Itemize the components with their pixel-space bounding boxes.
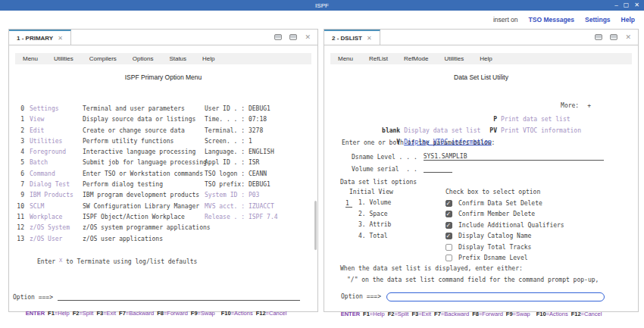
checkbox-heading: Check box to select option	[445, 189, 638, 198]
dslist-menubar: Menu RefList RefMode Utilities Help	[330, 53, 632, 64]
status-field: TSO prefix:DEBUG1	[205, 180, 270, 190]
option-prompt-label: Option ===>	[341, 293, 381, 300]
primary-option-row: 13 z/OS User z/OS user applications	[9, 234, 317, 245]
initial-view-row: 4. Total	[345, 231, 445, 242]
panel-dslist: 2 - DSLIST ✕ ✕ Menu RefList RefMode Util…	[324, 29, 639, 312]
initial-view-input[interactable]: 1	[345, 199, 352, 208]
menu-item-status[interactable]: Status	[169, 53, 186, 64]
maximize-icon[interactable]: ▢	[624, 0, 630, 11]
checkbox-row: Confirm Data Set Delete	[445, 198, 638, 209]
primary-option-row: 12 z/OS System z/OS system programmer ap…	[9, 223, 317, 233]
option-number: 1	[15, 114, 24, 125]
option-input-focused[interactable]	[386, 292, 605, 301]
option-description: Terminal and user parameters	[83, 104, 185, 114]
fkey-f9: F9	[506, 311, 513, 317]
primary-option-row: 5 Batch Submit job for language processi…	[9, 158, 317, 168]
swap-screen-icon[interactable]	[610, 34, 617, 40]
settings-link[interactable]: Settings	[585, 16, 611, 23]
menu-item-help[interactable]: Help	[480, 53, 492, 64]
dslist-tabbar: 2 - DSLIST ✕ ✕	[324, 30, 638, 45]
command-desc: Print data set list	[501, 116, 571, 123]
tab-dslist-close-icon[interactable]: ✕	[367, 35, 372, 42]
dsname-level-input[interactable]: SYS1.SAMPLIB	[424, 152, 604, 161]
open-screen-icon[interactable]	[595, 34, 602, 40]
fkey-f3: F3	[96, 310, 103, 317]
tab-dslist[interactable]: 2 - DSLIST ✕	[324, 30, 380, 45]
status-field: Terminal. :3278	[205, 126, 263, 136]
status-field: Release . :ISPF 7.4	[205, 212, 278, 223]
tso-messages-link[interactable]: TSO Messages	[529, 16, 574, 23]
tab-primary-close-icon[interactable]: ✕	[58, 35, 63, 42]
dslist-note: When the data set list is displayed, ent…	[324, 265, 638, 273]
tab-primary[interactable]: 1 - PRIMARY ✕	[9, 30, 71, 45]
checkbox-prefix-dsname-level[interactable]	[445, 255, 452, 261]
option-label-sclm[interactable]: SCLM	[30, 201, 83, 212]
menu-item-help[interactable]: Help	[202, 53, 214, 64]
close-icon[interactable]: ✕	[634, 0, 639, 11]
option-label-dialog-test[interactable]: Dialog Test	[30, 180, 83, 190]
primary-option-row: 6 Command Enter TSO or Workstation comma…	[9, 169, 317, 180]
option-number: 0	[15, 104, 24, 114]
menu-item-refmode[interactable]: RefMode	[404, 53, 428, 64]
terminate-hint: Enter X to Terminate using log/list defa…	[9, 258, 317, 265]
checkbox-row: Display Total Tracks	[445, 242, 638, 253]
menu-item-menu[interactable]: Menu	[338, 53, 353, 64]
command-row: VDisplay VTOC information PVPrint VTOC i…	[324, 125, 638, 136]
checkbox-row: Include Additional Qualifiers	[445, 220, 638, 231]
open-screen-icon[interactable]	[274, 34, 282, 40]
command-row: blankDisplay data set list PPrint data s…	[324, 114, 638, 125]
menu-item-reflist[interactable]: RefList	[369, 53, 388, 64]
checkbox-confirm-member-delete[interactable]	[445, 211, 452, 217]
menu-item-utilities[interactable]: Utilities	[54, 53, 73, 64]
initial-view-row: 3. Attrib	[345, 220, 445, 231]
insert-status: insert on	[493, 16, 518, 23]
fkey-f8: F8	[472, 311, 479, 317]
fkey-enter: ENTER	[341, 311, 360, 317]
help-link[interactable]: Help	[621, 16, 635, 23]
option-label-settings[interactable]: Settings	[30, 104, 83, 114]
close-panel-icon[interactable]: ✕	[305, 34, 311, 41]
menu-item-menu[interactable]: Menu	[23, 53, 38, 64]
checkbox-row: Confirm Member Delete	[445, 209, 638, 220]
menu-item-utilities[interactable]: Utilities	[444, 53, 464, 64]
primary-option-row: 7 Dialog Test Perform dialog testing TSO…	[9, 180, 317, 190]
primary-tab-actions: ✕	[274, 30, 317, 45]
option-label-zos-user[interactable]: z/OS User	[30, 234, 83, 245]
close-panel-icon[interactable]: ✕	[625, 34, 631, 41]
option-description: Submit job for language processing	[83, 158, 207, 168]
function-key-bar: ENTERF1=HelpF2=SplitF3=ExitF7=BackwardF8…	[324, 304, 638, 311]
fkey-f12: F12	[571, 311, 581, 317]
option-label-foreground[interactable]: Foreground	[30, 147, 83, 158]
option-label-utilities[interactable]: Utilities	[30, 136, 83, 147]
option-label-batch[interactable]: Batch	[30, 158, 83, 168]
checkbox-include-additional-qualifiers[interactable]	[445, 222, 452, 229]
option-label-edit[interactable]: Edit	[30, 126, 83, 136]
checkbox-display-total-tracks[interactable]	[445, 244, 452, 251]
dslist-options-heading: Data set list options	[324, 179, 638, 186]
option-label-view[interactable]: View	[30, 114, 83, 125]
option-description: IBM program development products	[83, 190, 199, 201]
tab-dslist-label: 2 - DSLIST	[332, 35, 362, 42]
initial-view-heading: Initial View	[349, 189, 445, 198]
fkey-f7: F7	[434, 311, 441, 317]
option-label-ibm-products[interactable]: IBM Products	[30, 190, 83, 201]
scrollbar-thumb[interactable]	[314, 201, 317, 250]
minimize-icon[interactable]: –	[614, 0, 617, 11]
menu-item-compilers[interactable]: Compilers	[89, 53, 117, 64]
fkey-f12: F12	[256, 310, 266, 317]
primary-menubar: Menu Utilities Compilers Options Status …	[15, 53, 311, 64]
volume-serial-input[interactable]	[424, 164, 452, 173]
checkbox-confirm-dataset-delete[interactable]	[445, 200, 452, 207]
option-label-command[interactable]: Command	[30, 169, 83, 180]
display-vtoc-link[interactable]: Display VTOC information	[404, 139, 492, 145]
option-label-zos-system[interactable]: z/OS System	[30, 223, 83, 233]
option-description: z/OS user applications	[83, 234, 163, 245]
more-plus: +	[587, 102, 591, 111]
primary-option-row: 2 Edit Create or change source data Term…	[9, 126, 317, 136]
option-description: Interactive language processing	[83, 147, 195, 158]
checkbox-display-catalog-name[interactable]	[445, 233, 452, 239]
menu-item-options[interactable]: Options	[133, 53, 154, 64]
swap-screen-icon[interactable]	[289, 34, 297, 40]
option-label-workplace[interactable]: Workplace	[30, 212, 83, 223]
option-input[interactable]	[58, 292, 300, 301]
